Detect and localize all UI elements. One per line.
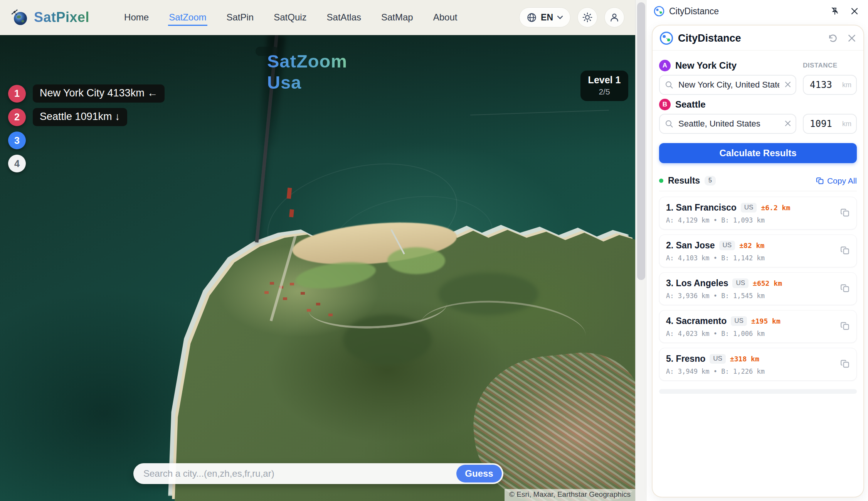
city-search-input[interactable] (133, 463, 453, 484)
result-delta: ±82 km (739, 241, 764, 250)
copy-icon (840, 283, 850, 293)
copy-result-button[interactable] (840, 359, 850, 370)
panel-header: CityDistance (653, 25, 863, 51)
results-title: Results (668, 175, 700, 186)
result-card[interactable]: 3. Los Angeles US ±652 km A: 3,936 km • … (659, 272, 857, 305)
top-navigation-bar: SatPixel HomeSatZoomSatPinSatQuizSatAtla… (0, 0, 635, 35)
scrollbar-thumb[interactable] (637, 2, 645, 280)
city-b-search-input[interactable] (659, 114, 796, 134)
result-delta: ±652 km (753, 279, 782, 287)
close-icon (847, 34, 856, 43)
nav-link-about[interactable]: About (432, 9, 458, 26)
citydistance-app-icon (654, 6, 664, 17)
city-b-distance-input[interactable] (810, 118, 842, 129)
main-nav: HomeSatZoomSatPinSatQuizSatAtlasSatMapAb… (123, 9, 458, 26)
earth-satellite-logo-icon (11, 8, 29, 26)
result-delta: ±195 km (751, 317, 781, 325)
result-detail: A: 3,949 km • B: 1,226 km (666, 368, 833, 375)
result-country-badge: US (710, 354, 726, 364)
language-selector[interactable]: EN (519, 7, 570, 27)
nav-link-satzoom[interactable]: SatZoom (168, 9, 207, 26)
theme-toggle-button[interactable] (577, 7, 597, 27)
page-scrollbar[interactable] (635, 0, 647, 501)
copy-all-button[interactable]: Copy All (816, 176, 857, 186)
clear-city-b-icon[interactable] (784, 120, 792, 127)
result-country-badge: US (732, 278, 749, 288)
guess-marker[interactable]: 2 (8, 108, 26, 126)
distance-column-label: DISTANCE (803, 62, 857, 69)
nav-link-satatlas[interactable]: SatAtlas (326, 9, 362, 26)
result-detail: A: 4,103 km • B: 1,142 km (666, 254, 833, 262)
result-city-name: Fresno (676, 354, 706, 364)
reset-button[interactable] (828, 33, 838, 44)
chevron-down-icon (557, 15, 563, 19)
close-icon (850, 7, 859, 15)
results-count-badge: 5 (705, 176, 716, 186)
level-progress: 2/5 (584, 87, 625, 96)
guess-marker-row: 2 Seattle 1091km ↓ (8, 108, 165, 126)
guess-marker[interactable]: 3 (8, 132, 26, 149)
level-title: Level 1 (584, 74, 625, 86)
result-detail: A: 4,023 km • B: 1,006 km (666, 330, 833, 337)
city-a-name: New York City (675, 60, 737, 71)
city-a-distance-field: km (803, 75, 857, 95)
globe-icon (527, 12, 537, 23)
guess-marker-row: 3 (8, 132, 165, 149)
level-indicator: Level 1 2/5 (580, 71, 628, 101)
satellite-map[interactable]: SatZoom Usa Level 1 2/5 1 New York City … (0, 35, 635, 501)
result-card[interactable]: 5. Fresno US ±318 km A: 3,949 km • B: 1,… (659, 348, 857, 381)
nav-link-satpin[interactable]: SatPin (226, 9, 255, 26)
result-city-name: San Jose (676, 240, 715, 250)
result-card[interactable]: 4. Sacramento US ±195 km A: 4,023 km • B… (659, 310, 857, 343)
city-b-distance-field: km (803, 114, 857, 134)
clear-city-a-icon[interactable] (784, 81, 792, 88)
result-country-badge: US (731, 316, 747, 326)
citydistance-sidebar: CityDistance CityDistance (647, 0, 868, 501)
km-unit-label: km (842, 120, 851, 128)
copy-result-button[interactable] (840, 207, 850, 219)
result-detail: A: 4,129 km • B: 1,093 km (666, 216, 833, 224)
result-rank: 1. (666, 202, 673, 213)
result-country-badge: US (719, 241, 735, 250)
guess-marker[interactable]: 1 (8, 85, 26, 103)
sidebar-close-button[interactable] (850, 7, 859, 15)
city-a-distance-input[interactable] (810, 79, 842, 90)
panel-title: CityDistance (678, 32, 741, 44)
result-card[interactable]: 2. San Jose US ±82 km A: 4,103 km • B: 1… (659, 234, 857, 267)
nav-link-satmap[interactable]: SatMap (380, 9, 414, 26)
result-rank: 3. (666, 278, 673, 288)
result-rank: 5. (666, 354, 673, 364)
copy-result-button[interactable] (840, 283, 850, 294)
panel-close-button[interactable] (847, 34, 856, 43)
results-divider (659, 191, 857, 191)
copy-result-button[interactable] (840, 321, 850, 332)
nav-link-home[interactable]: Home (123, 9, 150, 26)
guess-marker-list: 1 New York City 4133km ← 2 Seattle 1091k… (8, 84, 165, 172)
copy-result-button[interactable] (840, 245, 850, 256)
result-city-name: Los Angeles (676, 278, 728, 288)
brand[interactable]: SatPixel (11, 8, 89, 26)
city-a-search-input[interactable] (659, 75, 796, 95)
citydistance-panel: CityDistance A New York City DI (652, 25, 864, 498)
guess-button[interactable]: Guess (456, 465, 502, 482)
unpin-button[interactable] (830, 7, 839, 16)
copy-icon (840, 207, 850, 218)
guess-result-label: Seattle 1091km ↓ (33, 108, 127, 126)
guess-marker-row: 4 (8, 155, 165, 172)
person-icon (609, 12, 619, 22)
account-button[interactable] (604, 7, 624, 27)
map-attribution: © Esri, Maxar, Earthstar Geographics (505, 489, 635, 501)
guess-marker-row: 1 New York City 4133km ← (8, 84, 165, 103)
language-code: EN (541, 12, 553, 23)
result-card[interactable]: 1. San Francisco US ±6.2 km A: 4,129 km … (659, 197, 857, 229)
sidebar-title: CityDistance (669, 6, 719, 17)
brand-name: SatPixel (34, 9, 89, 25)
game-title-badge: SatZoom Usa (256, 47, 279, 56)
results-status-dot (659, 179, 663, 183)
result-delta: ±6.2 km (761, 204, 790, 212)
calculate-results-button[interactable]: Calculate Results (659, 143, 857, 163)
guess-marker[interactable]: 4 (8, 155, 26, 172)
nav-link-satquiz[interactable]: SatQuiz (273, 9, 307, 26)
copy-icon (840, 359, 850, 369)
search-icon (664, 119, 674, 128)
